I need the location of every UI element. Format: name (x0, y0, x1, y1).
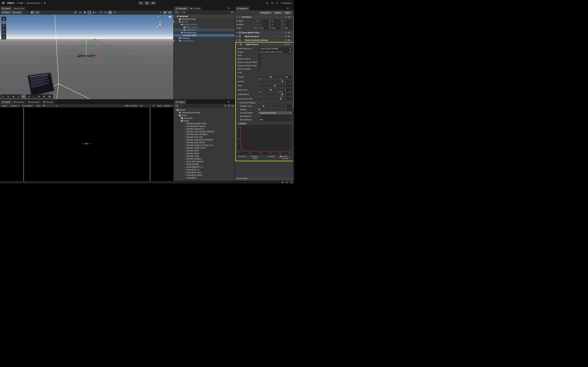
help-icon[interactable]: ? (285, 32, 287, 34)
project-item-audio[interactable]: ▼Audio (174, 119, 235, 122)
foldout-down-icon[interactable]: ▼ (236, 16, 238, 18)
notifications-muted-icon[interactable] (281, 181, 284, 184)
project-item-animation[interactable]: ▶Animation (174, 117, 235, 119)
listener-tab[interactable]: Listener (238, 122, 248, 125)
panel-menu-icon[interactable]: ⋮ (230, 7, 234, 9)
hierarchy-item-drone-black[interactable]: drone Black› (174, 34, 235, 37)
spread-slider[interactable] (259, 108, 283, 110)
project-item-drone-high-tin[interactable]: ♪DRONE HIGH TIN (174, 136, 235, 138)
volume-value-field[interactable]: 1 (284, 80, 292, 83)
rotation-z-field[interactable]: 0 (283, 23, 293, 26)
slider-handle[interactable] (274, 85, 276, 86)
project-item-drone-ring[interactable]: ♪DRONE RING (174, 149, 235, 152)
tab-asset-store[interactable]: Asset Store (12, 7, 26, 10)
mute-audio-button[interactable] (152, 105, 156, 107)
max-distance-field[interactable]: 500 (259, 118, 292, 121)
tab-animator[interactable]: Animator (42, 100, 55, 104)
tab-simulator[interactable]: Simulator (12, 100, 26, 104)
overrides-dropdown[interactable]: Overrides▾ (259, 11, 272, 14)
project-item-drone[interactable]: ▼Drone (174, 114, 235, 117)
stats-button[interactable]: Stats (156, 105, 163, 107)
lock-icon[interactable] (227, 101, 230, 103)
project-item-drone-crickets[interactable]: ♪DRONE CRICKETS (174, 128, 235, 130)
display-dropdown[interactable]: Display 1▾ (10, 105, 21, 107)
favorites-star-button[interactable] (227, 104, 230, 107)
slider-handle[interactable] (270, 89, 272, 91)
rotation-y-field[interactable]: 0 (271, 23, 281, 26)
slider-handle[interactable] (270, 76, 272, 78)
grid-snap-dropdown[interactable]: ▾ (30, 11, 35, 14)
doppler-level-slider[interactable] (259, 105, 283, 107)
rect-tool-button[interactable] (1, 32, 6, 35)
flare-dropdown-button[interactable]: ▾ (92, 11, 96, 14)
preset-icon[interactable] (288, 16, 290, 18)
status-ok-icon[interactable] (290, 181, 293, 184)
project-item-drone-tone[interactable]: ♪DRONE TONE (174, 155, 235, 158)
hand-tool-button[interactable] (1, 17, 6, 21)
asset-labels-header[interactable]: Asset Labels (235, 176, 294, 180)
gizmos-globe-dropdown[interactable]: ▾ (168, 11, 172, 14)
tab-game[interactable]: Game (0, 100, 12, 104)
scale-tool-button[interactable] (1, 28, 6, 32)
project-item-hum-beat[interactable]: ♪HUM BEAT (174, 176, 235, 179)
scale-x-field[interactable]: 0.15 (259, 27, 268, 29)
mute-checkbox[interactable]: ✓ (259, 54, 261, 57)
help-icon[interactable]: ? (284, 43, 286, 46)
slider-handle[interactable] (281, 81, 283, 82)
help-icon[interactable]: ? (285, 16, 287, 18)
help-icon[interactable]: ? (285, 35, 287, 38)
project-item-high-drone[interactable]: ♪HIGH DRONE (174, 163, 235, 166)
inspector-scrollbar[interactable] (293, 10, 294, 181)
panel-menu-icon[interactable]: ⋮ (230, 100, 234, 103)
bypass-listener-checkbox[interactable]: ✓ (259, 61, 261, 63)
volume-rolloff-dropdown[interactable]: Logarithmic Rolloff ▾ (259, 111, 292, 114)
bypass-effects-checkbox[interactable]: ✓ (259, 58, 261, 60)
orientation-gizmo[interactable]: y x (155, 19, 165, 30)
hierarchy-item-example[interactable]: Example (174, 37, 235, 39)
priority-slider[interactable] (259, 76, 283, 78)
project-item-drone-hum-electric-cut[interactable]: ♪DRONE HUM ELECTRIC CUT (174, 144, 235, 147)
project-item-drone-long-loop[interactable]: ♪DRONE LONG LOOP (174, 147, 235, 149)
render-mode-button[interactable] (74, 11, 78, 14)
layers-button[interactable] (108, 11, 112, 14)
slider-handle[interactable] (280, 98, 282, 100)
drone-object[interactable] (77, 41, 101, 59)
foldout-right-icon[interactable]: ▶ (236, 39, 238, 41)
min-distance-field[interactable]: 1 (259, 115, 292, 118)
position-z-field[interactable]: 2 (283, 19, 293, 22)
project-item-drone-hum-build-sparks[interactable]: ♪DRONE HUM BUILD SPARKS (174, 138, 235, 141)
scene-camera-overlay-icon[interactable] (169, 16, 171, 18)
project-item-drone-high-sparkly[interactable]: ♪DRONE HIGH SPARKLY (174, 133, 235, 136)
component-enabled-checkbox[interactable]: ✓ (242, 35, 244, 38)
xb-button[interactable]: XB (47, 95, 53, 98)
game-viewport[interactable] (0, 108, 173, 181)
object-picker-icon[interactable] (289, 48, 291, 50)
mesh-filter-component-header[interactable]: ▶ Drone (Mesh Filter) ? ⋮ (235, 31, 294, 34)
slider-handle[interactable] (259, 108, 260, 110)
drone-controller-component-header[interactable]: ▶ ✓ Drone Controller (Script) ? ⋮ (235, 38, 294, 42)
hierarchy-item-ml-rig[interactable]: ▼ML Rig (174, 20, 235, 23)
asset-store-menu-button[interactable]: Asset Store ▾ (27, 2, 41, 4)
hierarchy-item-meshmanager[interactable]: ▼MeshManager (174, 31, 235, 34)
3d-sound-settings-foldout[interactable]: ▼ 3D Sound Settings (236, 101, 293, 104)
scale-slider-handle[interactable] (43, 105, 45, 106)
overlay-menu-icon[interactable]: ≡ (157, 15, 159, 18)
lock-icon[interactable] (227, 7, 230, 9)
pitch-slider[interactable] (259, 85, 283, 87)
snap-magnet-dropdown[interactable]: ▾ (35, 11, 40, 14)
user-menu-button[interactable]: Mohsen ▾ (281, 2, 292, 4)
grid-size-field[interactable]: 1 (25, 11, 30, 14)
hierarchy-item-meshing[interactable]: ▼Meshing* (174, 15, 235, 18)
spatial-blend-slider[interactable] (259, 93, 283, 95)
tab-scene[interactable]: Scene (0, 7, 12, 10)
transform-overlay-button[interactable] (1, 95, 6, 98)
prefab-open-chevron-icon[interactable]: › (233, 34, 234, 36)
project-item-hum-beat-5-1[interactable]: ♪HUM BEAT 5.1 (174, 168, 235, 171)
volume-slider[interactable] (259, 80, 283, 83)
project-item-hum-ambient-5-1[interactable]: ♪HUM AMBIENT 5.1 (174, 166, 235, 168)
open-button[interactable]: Open (284, 11, 292, 14)
expander-down-icon[interactable]: ▼ (177, 115, 179, 116)
expander-down-icon[interactable]: ▼ (175, 109, 177, 111)
skybox-toggle-button[interactable] (87, 11, 91, 14)
project-search-input[interactable] (180, 104, 223, 107)
